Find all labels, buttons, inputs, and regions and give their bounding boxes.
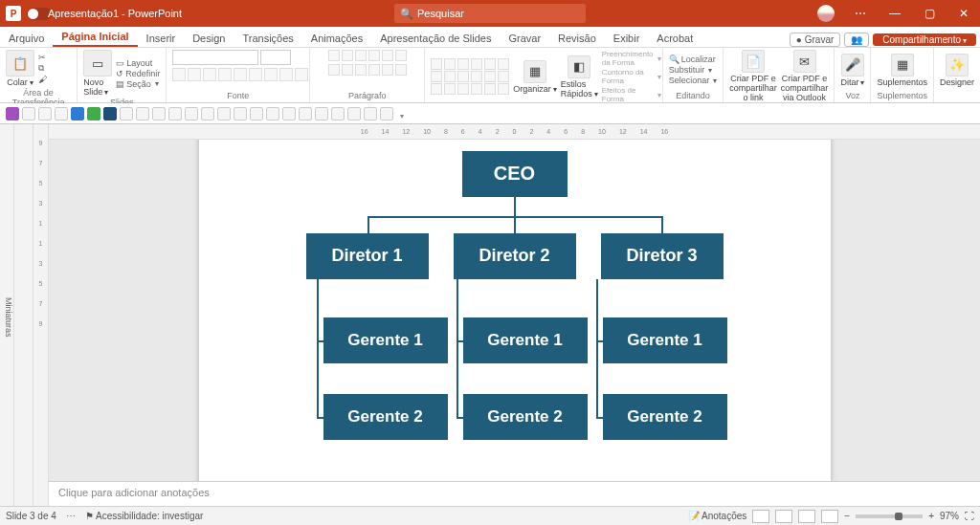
qat-btn[interactable]	[347, 107, 361, 120]
align-center-button[interactable]	[342, 64, 353, 76]
designer-button[interactable]: ✨Designer	[940, 54, 974, 87]
columns-button[interactable]	[382, 64, 393, 76]
qat-redo-button[interactable]	[38, 107, 52, 120]
cut-button[interactable]: ✂	[38, 53, 47, 62]
tab-gravar[interactable]: Gravar	[500, 29, 549, 47]
tab-revisao[interactable]: Revisão	[549, 29, 605, 47]
record-button[interactable]: ● Gravar	[790, 33, 841, 47]
org-node-ger32[interactable]: Gerente 2	[603, 394, 727, 440]
shadow-button[interactable]	[234, 68, 247, 81]
shape-outline-button[interactable]: Contorno da Forma	[602, 68, 661, 85]
tab-exibir[interactable]: Exibir	[605, 29, 649, 47]
thumbnails-pane[interactable]	[14, 124, 33, 506]
smartart-button[interactable]	[395, 64, 407, 76]
section-button[interactable]: ▤ Seção	[116, 79, 160, 89]
qat-btn[interactable]	[315, 107, 328, 120]
pdf-outlook-button[interactable]: ✉Criar PDF e compartilhar via Outlook	[781, 50, 829, 102]
font-color-button[interactable]	[295, 68, 308, 81]
strike-button[interactable]	[218, 68, 232, 81]
org-node-ceo[interactable]: CEO	[462, 151, 568, 197]
bold-button[interactable]	[172, 68, 186, 81]
shape-btn[interactable]	[457, 83, 469, 95]
qat-btn[interactable]	[136, 107, 149, 120]
align-right-button[interactable]	[355, 64, 367, 76]
paste-button[interactable]: 📋 Colar	[6, 50, 34, 87]
minimize-button[interactable]: —	[879, 0, 911, 27]
qat-btn[interactable]	[217, 107, 231, 120]
addins-button[interactable]: ▦Suplementos	[877, 54, 927, 87]
qat-btn[interactable]	[152, 107, 166, 120]
user-avatar[interactable]	[817, 5, 835, 22]
shape-btn[interactable]	[471, 71, 482, 82]
tab-animacoes[interactable]: Animações	[302, 29, 371, 47]
indent-dec-button[interactable]	[355, 50, 367, 61]
tab-acrobat[interactable]: Acrobat	[648, 29, 702, 47]
zoom-slider[interactable]	[856, 514, 923, 518]
shape-fill-button[interactable]: Preenchimento da Forma	[602, 50, 661, 67]
tab-inserir[interactable]: Inserir	[138, 29, 185, 47]
shape-btn[interactable]	[498, 83, 509, 95]
layout-button[interactable]: ▭ Layout	[116, 58, 160, 68]
language-indicator[interactable]: ⋯	[66, 511, 76, 521]
zoom-in-button[interactable]: +	[928, 511, 934, 521]
qat-btn[interactable]	[120, 107, 133, 120]
qat-btn[interactable]	[266, 107, 279, 120]
qat-undo-button[interactable]	[22, 107, 35, 120]
qat-btn[interactable]	[282, 107, 296, 120]
accessibility-status[interactable]: ⚑ Acessibilidade: investigar	[85, 511, 204, 521]
shape-btn[interactable]	[484, 71, 496, 82]
qat-btn[interactable]	[168, 107, 182, 120]
shape-btn[interactable]	[457, 58, 469, 70]
qat-save-button[interactable]	[6, 107, 19, 120]
org-node-ger12[interactable]: Gerente 2	[323, 394, 448, 440]
select-button[interactable]: Selecionar	[669, 76, 718, 85]
numbering-button[interactable]	[342, 50, 353, 61]
align-left-button[interactable]	[328, 64, 340, 76]
qat-btn[interactable]	[87, 107, 100, 120]
tab-transicoes[interactable]: Transições	[234, 29, 301, 47]
text-direction-button[interactable]	[395, 50, 407, 61]
maximize-button[interactable]: ▢	[913, 0, 946, 27]
shape-btn[interactable]	[484, 83, 496, 95]
shape-btn[interactable]	[444, 71, 456, 82]
fit-to-window-button[interactable]: ⛶	[965, 511, 974, 521]
replace-button[interactable]: Substituir	[669, 65, 718, 75]
shape-btn[interactable]	[431, 71, 442, 82]
shape-btn[interactable]	[471, 83, 482, 95]
view-normal-button[interactable]	[752, 510, 769, 523]
shape-btn[interactable]	[444, 58, 456, 70]
italic-button[interactable]	[188, 68, 201, 81]
close-button[interactable]: ✕	[947, 0, 980, 27]
copy-button[interactable]: ⧉	[38, 63, 47, 74]
font-size-combo[interactable]	[260, 50, 291, 65]
thumbnails-label[interactable]: Miniaturas	[0, 124, 14, 506]
view-reading-button[interactable]	[798, 510, 815, 523]
qat-btn[interactable]	[185, 107, 198, 120]
search-box[interactable]: 🔍 Pesquisar	[394, 4, 586, 23]
view-sorter-button[interactable]	[775, 510, 792, 523]
shape-btn[interactable]	[444, 83, 456, 95]
shape-btn[interactable]	[457, 71, 469, 82]
tab-arquivo[interactable]: Arquivo	[0, 29, 53, 47]
qat-btn[interactable]	[380, 107, 393, 120]
qat-btn[interactable]	[103, 107, 117, 120]
org-node-ger31[interactable]: Gerente 1	[603, 317, 727, 363]
spacing-button[interactable]	[249, 68, 262, 81]
ribbon-options-icon[interactable]: ⋯	[844, 0, 877, 27]
qat-more-button[interactable]	[398, 105, 404, 122]
shape-btn[interactable]	[431, 58, 442, 70]
org-node-dir2[interactable]: Diretor 2	[454, 233, 576, 279]
qat-btn[interactable]	[71, 107, 84, 120]
shape-btn[interactable]	[431, 83, 442, 95]
qat-btn[interactable]	[364, 107, 377, 120]
shape-btn[interactable]	[498, 71, 509, 82]
pdf-link-button[interactable]: 📄Criar PDF e compartilhar o link	[729, 50, 777, 102]
slide[interactable]: CEO Diretor 1 Diretor 2 Diretor 3 Gerent…	[199, 140, 831, 481]
tab-design[interactable]: Design	[184, 29, 234, 47]
org-node-ger11[interactable]: Gerente 1	[323, 317, 448, 363]
indent-inc-button[interactable]	[368, 50, 380, 61]
org-node-dir3[interactable]: Diretor 3	[601, 233, 724, 279]
bullets-button[interactable]	[328, 50, 340, 61]
shape-effects-button[interactable]: Efeitos de Forma	[602, 86, 661, 103]
qat-btn[interactable]	[250, 107, 263, 120]
